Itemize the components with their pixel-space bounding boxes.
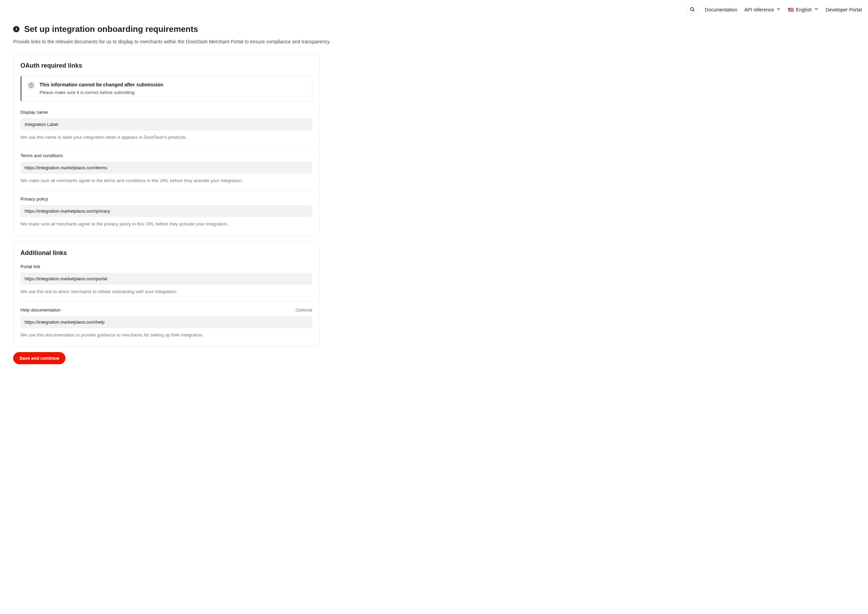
help-doc-field: Help documentation Optional We use this … bbox=[20, 307, 312, 339]
help-doc-optional: Optional bbox=[296, 307, 312, 314]
info-icon bbox=[27, 81, 36, 90]
main-container: 3 Set up integration onboarding requirem… bbox=[0, 19, 457, 378]
chevron-down-icon bbox=[776, 6, 781, 14]
oauth-card-title: OAuth required links bbox=[20, 61, 312, 70]
display-name-field: Display name We use this name to label y… bbox=[20, 109, 312, 148]
info-callout: This information cannot be changed after… bbox=[20, 76, 312, 101]
terms-field: Terms and conditions We make sure all me… bbox=[20, 152, 312, 191]
privacy-input[interactable] bbox=[20, 205, 312, 217]
flag-icon: 🇺🇸 bbox=[788, 6, 794, 14]
save-continue-button[interactable]: Save and continue bbox=[13, 352, 65, 364]
callout-title: This information cannot be changed after… bbox=[40, 81, 163, 89]
search-button[interactable] bbox=[687, 4, 698, 15]
privacy-label: Privacy policy bbox=[20, 196, 48, 202]
help-doc-help: We use this documentation to provide gui… bbox=[20, 332, 312, 339]
portal-link-input[interactable] bbox=[20, 273, 312, 285]
page-header: 3 Set up integration onboarding requirem… bbox=[13, 23, 445, 36]
search-icon bbox=[690, 6, 695, 13]
step-number: 3 bbox=[15, 27, 17, 32]
display-name-label: Display name bbox=[20, 109, 48, 116]
language-label: English bbox=[796, 6, 812, 14]
svg-line-1 bbox=[693, 10, 694, 11]
additional-card-title: Additional links bbox=[20, 249, 312, 258]
nav-developer-portal[interactable]: Developer Portal bbox=[826, 6, 862, 14]
oauth-required-links-card: OAuth required links This information ca… bbox=[13, 54, 319, 236]
nav-developer-portal-label: Developer Portal bbox=[826, 6, 862, 14]
nav-documentation-label: Documentation bbox=[705, 6, 737, 14]
terms-label: Terms and conditions bbox=[20, 152, 63, 159]
help-doc-label: Help documentation bbox=[20, 307, 60, 314]
additional-links-card: Additional links Portal link We use this… bbox=[13, 241, 319, 347]
display-name-help: We use this name to label your integrati… bbox=[20, 134, 312, 141]
privacy-help: We make sure all merchants agree to the … bbox=[20, 221, 312, 228]
language-selector[interactable]: 🇺🇸 English bbox=[788, 6, 819, 14]
page-title: Set up integration onboarding requiremen… bbox=[24, 23, 198, 36]
privacy-field: Privacy policy We make sure all merchant… bbox=[20, 196, 312, 228]
nav-documentation[interactable]: Documentation bbox=[705, 6, 737, 14]
callout-body: Please make sure it is correct before su… bbox=[40, 89, 163, 96]
terms-help: We make sure all merchants agree to the … bbox=[20, 177, 312, 184]
portal-link-help: We use this link to direct merchants to … bbox=[20, 288, 312, 295]
display-name-input[interactable] bbox=[20, 118, 312, 131]
chevron-down-icon bbox=[814, 6, 819, 14]
topbar: Documentation API reference 🇺🇸 English D… bbox=[0, 0, 868, 19]
callout-content: This information cannot be changed after… bbox=[40, 81, 163, 96]
nav-api-reference-label: API reference bbox=[744, 6, 774, 14]
portal-link-label: Portal link bbox=[20, 263, 40, 270]
nav-api-reference[interactable]: API reference bbox=[744, 6, 781, 14]
terms-input[interactable] bbox=[20, 162, 312, 174]
help-doc-input[interactable] bbox=[20, 316, 312, 328]
portal-link-field: Portal link We use this link to direct m… bbox=[20, 263, 312, 302]
page-subtitle: Provide links to the relevant documents … bbox=[13, 38, 445, 45]
step-badge: 3 bbox=[13, 26, 19, 32]
